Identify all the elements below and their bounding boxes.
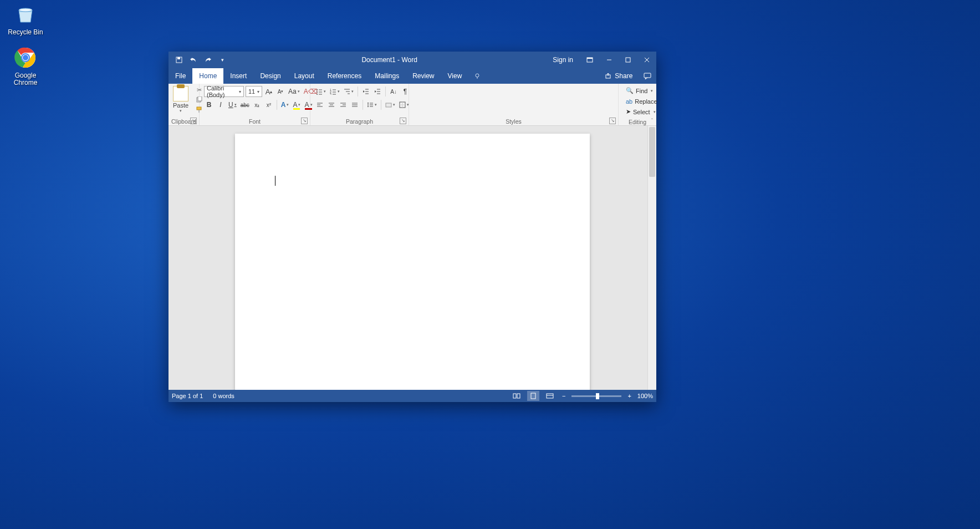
zoom-slider[interactable]	[571, 395, 621, 397]
zoom-slider-thumb[interactable]	[596, 393, 599, 399]
document-area	[169, 126, 656, 390]
font-size-combo[interactable]: 11▾	[246, 86, 262, 97]
decrease-indent-button[interactable]	[361, 86, 371, 97]
print-layout-button[interactable]	[527, 391, 539, 401]
increase-indent-button[interactable]	[372, 86, 382, 97]
tab-file[interactable]: File	[169, 68, 192, 84]
group-paragraph: ▾ 123▾ ▾ A↓ ¶	[310, 84, 409, 125]
comments-button[interactable]	[639, 68, 656, 84]
web-layout-button[interactable]	[544, 391, 556, 401]
underline-button[interactable]: U▾	[227, 99, 238, 110]
svg-rect-62	[517, 394, 520, 398]
sign-in-button[interactable]: Sign in	[546, 52, 580, 68]
paste-button[interactable]: Paste ▾	[171, 85, 191, 114]
font-name-value: Calibri (Body)	[207, 85, 237, 98]
collapse-ribbon-button[interactable]: ˆ	[651, 118, 653, 124]
italic-button[interactable]: I	[216, 99, 226, 110]
scrollbar-thumb[interactable]	[649, 127, 655, 177]
qat-customize-button[interactable]: ▾	[216, 54, 228, 66]
desktop-icon-label: Recycle Bin	[4, 29, 47, 36]
titlebar: ▾ Document1 - Word Sign in	[169, 52, 656, 68]
superscript-button[interactable]: x²	[264, 99, 274, 110]
cursor-icon: ➤	[626, 108, 631, 115]
select-button[interactable]: ➤Select▾	[624, 107, 659, 116]
font-size-value: 11	[248, 88, 255, 95]
highlight-button[interactable]: A▾	[292, 99, 302, 110]
desktop-icon-chrome[interactable]: Google Chrome	[4, 45, 47, 87]
clipboard-launcher[interactable]: ↘	[190, 118, 197, 124]
zoom-out-button[interactable]: −	[560, 393, 567, 399]
svg-point-13	[476, 74, 479, 77]
tab-design[interactable]: Design	[253, 68, 287, 84]
ribbon-tabs: File Home Insert Design Layout Reference…	[169, 68, 656, 84]
font-name-combo[interactable]: Calibri (Body)▾	[204, 86, 244, 97]
shrink-font-button[interactable]: A▾	[275, 86, 285, 97]
window-title: Document1 - Word	[233, 56, 546, 64]
text-cursor	[275, 176, 275, 186]
maximize-button[interactable]	[619, 52, 637, 68]
bold-button[interactable]: B	[204, 99, 214, 110]
undo-button[interactable]	[187, 54, 200, 66]
subscript-button[interactable]: x₂	[252, 99, 262, 110]
close-button[interactable]	[637, 52, 656, 68]
document-page[interactable]	[235, 134, 590, 390]
align-center-button[interactable]	[326, 99, 336, 110]
numbering-button[interactable]: 123▾	[329, 86, 341, 97]
share-button[interactable]: Share	[600, 68, 637, 84]
tab-home[interactable]: Home	[192, 68, 223, 84]
svg-point-21	[317, 89, 318, 90]
svg-rect-8	[587, 58, 593, 59]
tab-view[interactable]: View	[441, 68, 469, 84]
tell-me-input[interactable]	[484, 73, 595, 79]
font-launcher[interactable]: ↘	[301, 118, 308, 124]
strikethrough-button[interactable]: abc	[239, 99, 251, 110]
paste-label: Paste	[173, 102, 188, 109]
find-button[interactable]: 🔍Find▾	[624, 86, 659, 95]
replace-button[interactable]: abReplace	[624, 96, 659, 106]
vertical-scrollbar[interactable]	[647, 126, 656, 390]
status-bar: Page 1 of 1 0 words − + 100%	[169, 390, 656, 402]
justify-button[interactable]	[350, 99, 360, 110]
tab-layout[interactable]: Layout	[288, 68, 321, 84]
redo-button[interactable]	[202, 54, 214, 66]
tell-me-search[interactable]	[468, 68, 600, 84]
tab-insert[interactable]: Insert	[223, 68, 253, 84]
svg-rect-61	[513, 394, 516, 398]
zoom-in-button[interactable]: +	[626, 393, 632, 399]
ribbon-display-options-button[interactable]	[580, 52, 600, 68]
chrome-icon	[13, 45, 38, 70]
tab-review[interactable]: Review	[406, 68, 441, 84]
group-styles: Styles↘	[409, 84, 619, 125]
shading-button[interactable]: ▾	[384, 99, 396, 110]
group-clipboard: Paste ▾ ✂ Clipboard↘	[169, 84, 200, 125]
align-left-button[interactable]	[315, 99, 325, 110]
tab-references[interactable]: References	[321, 68, 368, 84]
lightbulb-icon	[474, 73, 481, 79]
multilevel-list-button[interactable]: ▾	[343, 86, 355, 97]
svg-point-0	[19, 8, 32, 12]
minimize-button[interactable]	[600, 52, 619, 68]
search-icon: 🔍	[626, 87, 634, 94]
borders-button[interactable]: ▾	[398, 99, 410, 110]
sort-button[interactable]: A↓	[389, 86, 399, 97]
desktop-icon-recycle-bin[interactable]: Recycle Bin	[4, 2, 47, 36]
styles-launcher[interactable]: ↘	[609, 118, 616, 124]
change-case-button[interactable]: Aa▾	[287, 86, 301, 97]
align-right-button[interactable]	[338, 99, 348, 110]
text-effects-button[interactable]: A▾	[280, 99, 290, 110]
grow-font-button[interactable]: A▴	[264, 86, 274, 97]
zoom-level[interactable]: 100%	[637, 393, 653, 399]
group-label: Paragraph	[346, 118, 373, 125]
save-button[interactable]	[173, 54, 185, 66]
read-mode-button[interactable]	[511, 391, 523, 401]
svg-rect-10	[626, 58, 630, 62]
bullets-button[interactable]: ▾	[315, 86, 327, 97]
status-words[interactable]: 0 words	[213, 393, 234, 399]
tab-mailings[interactable]: Mailings	[368, 68, 406, 84]
line-spacing-button[interactable]: ▾	[366, 99, 378, 110]
svg-rect-6	[177, 57, 180, 59]
recycle-bin-icon	[13, 2, 38, 27]
status-page[interactable]: Page 1 of 1	[172, 393, 203, 399]
svg-rect-64	[547, 394, 553, 398]
paragraph-launcher[interactable]: ↘	[400, 118, 406, 124]
